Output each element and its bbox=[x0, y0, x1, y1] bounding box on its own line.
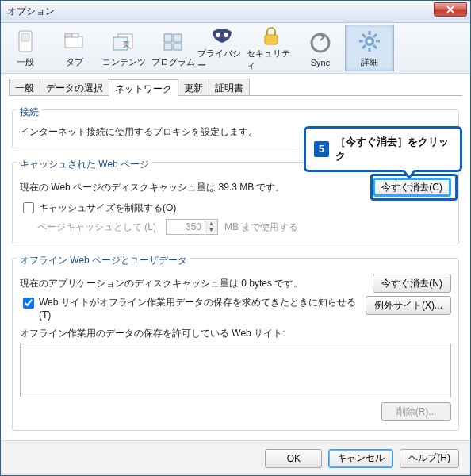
svg-text:页: 页 bbox=[123, 40, 130, 48]
titlebar: オプション bbox=[1, 1, 470, 23]
dialog-footer: OK キャンセル ヘルプ(H) bbox=[1, 440, 470, 475]
cancel-button[interactable]: キャンセル bbox=[328, 449, 393, 468]
gear-icon bbox=[358, 28, 381, 55]
apps-icon bbox=[161, 28, 185, 55]
notify-label: Web サイトがオフライン作業用データの保存を求めてきたときに知らせる(T) bbox=[39, 296, 366, 321]
subtab-update[interactable]: 更新 bbox=[178, 79, 209, 95]
svg-point-13 bbox=[224, 33, 228, 37]
cache-clear-button[interactable]: 今すぐ消去(C) bbox=[373, 178, 451, 197]
svg-line-22 bbox=[373, 45, 377, 48]
category-toolbar: 一般 タブ 页 コンテンツ プログラム プライバシー セキュリティ Sync 詳 bbox=[1, 23, 470, 74]
close-button[interactable] bbox=[434, 2, 467, 17]
svg-line-24 bbox=[362, 45, 366, 48]
svg-rect-8 bbox=[164, 34, 172, 42]
switch-icon bbox=[17, 28, 34, 55]
toolbar-apps[interactable]: プログラム bbox=[148, 25, 197, 71]
svg-rect-14 bbox=[265, 35, 278, 44]
pagecache-suffix: MB まで使用する bbox=[224, 221, 298, 234]
offline-clear-button[interactable]: 今すぐ消去(N) bbox=[373, 274, 451, 293]
subtab-cert[interactable]: 証明書 bbox=[209, 79, 250, 95]
toolbar-privacy[interactable]: プライバシー bbox=[197, 25, 247, 71]
lock-icon bbox=[262, 25, 280, 46]
svg-rect-4 bbox=[72, 33, 78, 37]
toolbar-label: 一般 bbox=[17, 56, 34, 68]
callout-text: ［今すぐ消去］をクリック bbox=[335, 135, 452, 163]
notify-checkbox[interactable] bbox=[23, 298, 34, 309]
svg-point-15 bbox=[312, 34, 329, 52]
pagecache-label: ページキャッシュとして (L) bbox=[37, 221, 156, 234]
svg-rect-2 bbox=[65, 36, 82, 48]
toolbar-label: タブ bbox=[66, 56, 83, 68]
toolbar-label: プログラム bbox=[151, 56, 195, 68]
svg-point-25 bbox=[368, 40, 372, 44]
help-button[interactable]: ヘルプ(H) bbox=[400, 449, 459, 468]
subtabs: 一般 データの選択 ネットワーク 更新 証明書 bbox=[9, 79, 462, 96]
toolbar-general[interactable]: 一般 bbox=[1, 25, 50, 71]
spin-down[interactable]: ▼ bbox=[205, 227, 217, 233]
subtab-network[interactable]: ネットワーク bbox=[109, 79, 178, 96]
limit-cache-label: キャッシュサイズを制限する(O) bbox=[39, 202, 176, 215]
instruction-callout: 5 ［今すぐ消去］をクリック bbox=[304, 126, 462, 172]
spin-up[interactable]: ▲ bbox=[205, 221, 217, 227]
toolbar-tabs[interactable]: タブ bbox=[50, 25, 99, 71]
pagecache-input[interactable] bbox=[167, 221, 205, 233]
group-title: キャッシュされた Web ページ bbox=[17, 158, 152, 171]
ok-button[interactable]: OK bbox=[265, 449, 322, 468]
remove-button: 削除(R)... bbox=[381, 402, 451, 421]
content-icon: 页 bbox=[112, 28, 136, 55]
allowed-label: オフライン作業用のデータの保存を許可している Web サイト: bbox=[20, 327, 285, 340]
subtab-data[interactable]: データの選択 bbox=[40, 79, 109, 95]
window-title: オプション bbox=[7, 5, 434, 18]
allowed-sites-listbox[interactable] bbox=[20, 344, 451, 397]
mask-icon bbox=[210, 25, 234, 46]
pagecache-spinner[interactable]: ▲▼ bbox=[166, 219, 218, 235]
toolbar-label: セキュリティ bbox=[247, 48, 296, 71]
callout-step-number: 5 bbox=[314, 141, 329, 157]
group-title: 接続 bbox=[17, 106, 42, 119]
toolbar-content[interactable]: 页 コンテンツ bbox=[99, 25, 148, 71]
sync-icon bbox=[309, 29, 331, 56]
svg-rect-9 bbox=[174, 34, 182, 42]
exceptions-button[interactable]: 例外サイト(X)... bbox=[366, 296, 451, 315]
group-title: オフライン Web ページとユーザデータ bbox=[17, 254, 190, 267]
svg-rect-3 bbox=[65, 33, 71, 37]
toolbar-security[interactable]: セキュリティ bbox=[247, 25, 296, 71]
subtab-general[interactable]: 一般 bbox=[9, 79, 40, 95]
offline-group: オフライン Web ページとユーザデータ 現在のアプリケーションのディスクキャッ… bbox=[12, 252, 459, 431]
svg-point-12 bbox=[216, 33, 220, 37]
cache-desc: 現在の Web ページのディスクキャッシュ量は 39.3 MB です。 bbox=[20, 181, 373, 194]
options-window: オプション 一般 タブ 页 コンテンツ プログラム プライバシー セキュリティ bbox=[0, 0, 471, 476]
toolbar-label: Sync bbox=[311, 58, 330, 67]
toolbar-sync[interactable]: Sync bbox=[296, 25, 345, 71]
svg-rect-10 bbox=[164, 44, 172, 50]
svg-rect-1 bbox=[21, 33, 29, 41]
svg-line-23 bbox=[373, 34, 377, 37]
svg-line-21 bbox=[362, 34, 366, 37]
toolbar-label: プライバシー bbox=[197, 48, 247, 71]
tabs-icon bbox=[63, 28, 86, 55]
toolbar-label: コンテンツ bbox=[102, 56, 146, 68]
offline-desc: 現在のアプリケーションのディスクキャッシュ量は 0 bytes です。 bbox=[20, 277, 373, 290]
svg-rect-11 bbox=[174, 44, 182, 50]
toolbar-label: 詳細 bbox=[361, 56, 378, 68]
close-icon bbox=[446, 6, 454, 13]
toolbar-advanced[interactable]: 詳細 bbox=[345, 25, 394, 71]
limit-cache-checkbox[interactable] bbox=[23, 202, 34, 213]
